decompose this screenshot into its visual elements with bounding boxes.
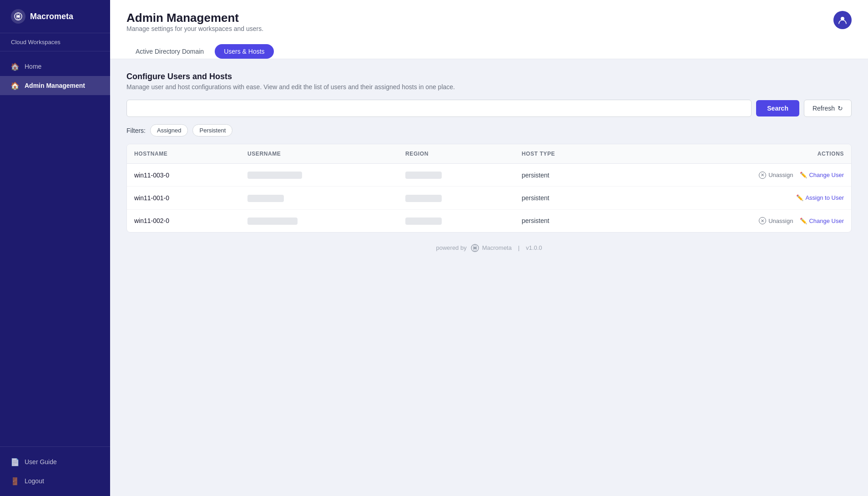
- logout-icon: 🚪: [11, 477, 19, 485]
- section-description: Manage user and host configurations with…: [126, 83, 852, 91]
- macrometa-logo-icon: [11, 9, 25, 24]
- sidebar-item-home[interactable]: 🏠 Home: [0, 57, 110, 76]
- region-cell-3: [398, 209, 515, 232]
- user-avatar[interactable]: [833, 11, 852, 29]
- region-cell-2: [398, 187, 515, 209]
- sidebar-item-user-guide[interactable]: 📄 User Guide: [0, 452, 110, 471]
- page-subtitle: Manage settings for your workspaces and …: [126, 25, 263, 32]
- assign-user-icon-2: ✏️: [797, 195, 803, 201]
- unassign-label-1: Unassign: [768, 172, 793, 178]
- assign-user-label-2: Assign to User: [805, 194, 844, 201]
- refresh-button[interactable]: Refresh ↻: [804, 100, 852, 117]
- sidebar-item-admin[interactable]: 🏠 Admin Management: [0, 76, 110, 95]
- username-blurred-1: [247, 172, 302, 179]
- search-input-wrap: [126, 100, 752, 117]
- host-type-cell-1: persistent: [515, 164, 624, 187]
- username-cell-1: [240, 164, 398, 187]
- logo-text: Macrometa: [30, 12, 73, 21]
- sidebar-item-user-guide-label: User Guide: [25, 458, 57, 466]
- sidebar-item-logout[interactable]: 🚪 Logout: [0, 471, 110, 491]
- region-blurred-3: [405, 218, 442, 225]
- table-header-row: HOSTNAME USERNAME REGION HOST TYPE ACTIO…: [127, 144, 851, 164]
- sidebar-item-admin-label: Admin Management: [25, 82, 85, 89]
- region-blurred-2: [405, 195, 442, 202]
- cloud-workspaces-label[interactable]: Cloud Workspaces: [0, 33, 110, 51]
- change-user-button-3[interactable]: ✏️ Change User: [800, 218, 844, 224]
- change-user-button-1[interactable]: ✏️ Change User: [800, 172, 844, 178]
- hostname-cell-2: win11-001-0: [127, 187, 240, 209]
- footer-brand: Macrometa: [482, 244, 512, 251]
- change-user-label-3: Change User: [809, 218, 844, 224]
- host-type-cell-2: persistent: [515, 187, 624, 209]
- unassign-label-3: Unassign: [768, 218, 793, 224]
- footer-version: v1.0.0: [526, 244, 542, 251]
- table-row: win11-002-0 persistent ✕: [127, 209, 851, 232]
- refresh-label: Refresh: [812, 105, 835, 112]
- unassign-button-3[interactable]: ✕ Unassign: [759, 217, 793, 224]
- main-header: Admin Management Manage settings for you…: [110, 0, 868, 59]
- col-hostname: HOSTNAME: [127, 144, 240, 164]
- page-title: Admin Management: [126, 11, 263, 25]
- powered-by-text: powered by: [436, 244, 466, 251]
- actions-cell-2: ✏️ Assign to User: [624, 187, 851, 209]
- change-user-icon-3: ✏️: [800, 218, 807, 224]
- unassign-button-1[interactable]: ✕ Unassign: [759, 172, 793, 179]
- hostname-cell-3: win11-002-0: [127, 209, 240, 232]
- table-row: win11-001-0 persistent ✏️: [127, 187, 851, 209]
- unassign-icon-1: ✕: [759, 172, 766, 179]
- footer-divider: |: [518, 244, 520, 251]
- hosts-table: HOSTNAME USERNAME REGION HOST TYPE ACTIO…: [126, 144, 852, 233]
- main-content: Configure Users and Hosts Manage user an…: [110, 59, 868, 496]
- col-actions: ACTIONS: [624, 144, 851, 164]
- actions-cell-3: ✕ Unassign ✏️ Change User: [624, 209, 851, 232]
- admin-icon: 🏠: [11, 81, 19, 90]
- username-blurred-3: [247, 218, 298, 225]
- table-row: win11-003-0 persistent ✕: [127, 164, 851, 187]
- user-guide-icon: 📄: [11, 458, 19, 466]
- col-region: REGION: [398, 144, 515, 164]
- hostname-cell-1: win11-003-0: [127, 164, 240, 187]
- region-blurred-1: [405, 172, 442, 179]
- filter-assigned[interactable]: Assigned: [150, 124, 188, 137]
- change-user-icon-1: ✏️: [800, 172, 807, 178]
- tab-active-directory[interactable]: Active Directory Domain: [126, 44, 213, 59]
- search-button[interactable]: Search: [756, 100, 799, 116]
- search-input[interactable]: [126, 100, 752, 117]
- svg-point-1: [17, 15, 20, 18]
- main-area: Admin Management Manage settings for you…: [110, 0, 868, 496]
- search-row: Search Refresh ↻: [126, 100, 852, 117]
- username-blurred-2: [247, 195, 284, 202]
- svg-point-4: [474, 247, 476, 249]
- actions-cell-1: ✕ Unassign ✏️ Change User: [624, 164, 851, 187]
- filters-row: Filters: Assigned Persistent: [126, 124, 852, 137]
- username-cell-2: [240, 187, 398, 209]
- sidebar-logo: Macrometa: [0, 0, 110, 33]
- header-text-group: Admin Management Manage settings for you…: [126, 11, 263, 41]
- assign-user-button-2[interactable]: ✏️ Assign to User: [797, 194, 844, 201]
- filters-label: Filters:: [126, 127, 146, 134]
- col-username: USERNAME: [240, 144, 398, 164]
- filter-persistent[interactable]: Persistent: [192, 124, 232, 137]
- unassign-icon-3: ✕: [759, 217, 766, 224]
- footer-logo: Macrometa: [470, 243, 512, 253]
- tab-users-hosts[interactable]: Users & Hosts: [215, 44, 273, 59]
- region-cell-1: [398, 164, 515, 187]
- col-host-type: HOST TYPE: [515, 144, 624, 164]
- sidebar-bottom: 📄 User Guide 🚪 Logout: [0, 446, 110, 496]
- sidebar-item-logout-label: Logout: [25, 477, 44, 485]
- sidebar-nav: 🏠 Home 🏠 Admin Management: [0, 51, 110, 446]
- home-icon: 🏠: [11, 62, 19, 71]
- sidebar-item-home-label: Home: [25, 63, 41, 70]
- section-title: Configure Users and Hosts: [126, 72, 852, 81]
- tab-bar: Active Directory Domain Users & Hosts: [126, 44, 852, 59]
- sidebar: Macrometa Cloud Workspaces 🏠 Home 🏠 Admi…: [0, 0, 110, 496]
- footer: powered by Macrometa | v1.0.0: [126, 233, 852, 263]
- refresh-icon: ↻: [838, 105, 843, 112]
- change-user-label-1: Change User: [809, 172, 844, 178]
- username-cell-3: [240, 209, 398, 232]
- host-type-cell-3: persistent: [515, 209, 624, 232]
